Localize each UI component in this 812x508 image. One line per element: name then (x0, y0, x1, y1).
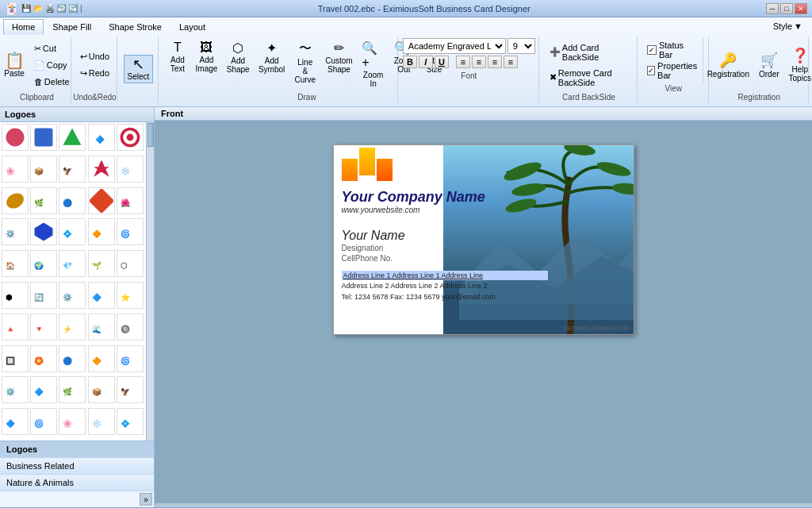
tab-home[interactable]: Home (3, 19, 44, 35)
logo-cell[interactable]: 🔷 (88, 124, 115, 151)
logo-cell[interactable]: 🏠 (2, 250, 29, 277)
custom-shape-button[interactable]: ✏ CustomShape (322, 38, 357, 90)
logo-cell[interactable]: 🌊 (88, 314, 115, 341)
delete-button[interactable]: 🗑 Delete (30, 75, 74, 89)
logo-cell[interactable]: 🔷 (88, 282, 115, 309)
select-button[interactable]: ↖ Select (124, 55, 154, 83)
logo-cell[interactable]: 🔻 (30, 314, 57, 341)
logo-cell[interactable]: 🔵 (59, 187, 86, 214)
copy-button[interactable]: 📄 Copy (30, 58, 74, 73)
minimize-button[interactable]: ─ (766, 3, 779, 14)
underline-button[interactable]: U (435, 56, 449, 68)
tab-shape-stroke[interactable]: Shape Stroke (100, 19, 170, 35)
undo-button[interactable]: ↩ Undo (76, 49, 113, 64)
status-bar-checkbox[interactable]: ✓ (647, 45, 657, 55)
business-card[interactable]: Your Company Name www.yourwebsite.com Yo… (333, 144, 634, 335)
logo-cell[interactable]: 🌸 (59, 408, 86, 435)
logo-cell[interactable]: 🔲 (2, 345, 29, 372)
logo-cell[interactable] (2, 187, 29, 214)
logo-cell[interactable]: ⚡ (59, 314, 86, 341)
logo-cell[interactable]: 📦 (30, 156, 57, 183)
logo-cell[interactable]: ❄️ (88, 408, 115, 435)
logo-cell[interactable]: 🌀 (117, 218, 144, 245)
logo-cell[interactable]: 🌀 (117, 345, 144, 372)
maximize-button[interactable]: □ (780, 3, 793, 14)
style-dropdown[interactable]: Style ▼ (767, 17, 809, 35)
logo-cell[interactable]: 🔵 (59, 345, 86, 372)
bold-button[interactable]: B (403, 56, 417, 68)
logo-cell[interactable]: 🔷 (30, 376, 57, 403)
logo-cell[interactable]: 🔷 (2, 408, 29, 435)
logo-cell[interactable]: ⬡ (117, 250, 144, 277)
expand-arrow-button[interactable]: » (140, 493, 152, 506)
remove-card-backside-button[interactable]: ✖ Remove Card BackSide (546, 66, 632, 90)
tab-shape-fill[interactable]: Shape Fill (44, 19, 100, 35)
align-center-button[interactable]: ≡ (472, 56, 486, 68)
order-button[interactable]: 🛒 Order (755, 49, 783, 81)
add-image-button[interactable]: 🖼 AddImage (192, 38, 221, 90)
redo-button[interactable]: ↪ Redo (76, 66, 113, 81)
logo-cell[interactable]: 🔶 (88, 345, 115, 372)
cut-button[interactable]: ✂ Cut (30, 41, 74, 56)
add-text-button[interactable]: T AddText (165, 38, 190, 90)
logo-cell[interactable]: ⬢ (2, 282, 29, 309)
logo-cell[interactable]: 🦅 (59, 156, 86, 183)
logo-cell[interactable] (88, 187, 115, 214)
font-size-select[interactable]: 9 (508, 38, 535, 54)
logo-cell[interactable]: 🔺 (2, 314, 29, 341)
logo-cell[interactable]: 🌍 (30, 250, 57, 277)
add-shape-button[interactable]: ⬡ AddShape (223, 38, 253, 90)
logo-cell[interactable]: 🌱 (88, 250, 115, 277)
logo-cell[interactable]: ⭐ (117, 282, 144, 309)
scrollbar-thumb[interactable] (147, 123, 154, 147)
font-name-select[interactable]: Academy Engraved LE (403, 38, 506, 54)
registration-button[interactable]: 🔑 Registration (703, 49, 753, 81)
logo-cell[interactable] (88, 156, 115, 183)
logo-cell[interactable]: 🔘 (117, 314, 144, 341)
logo-cell[interactable]: 💠 (59, 218, 86, 245)
logo-cell[interactable]: ⚙️ (2, 376, 29, 403)
paste-button[interactable]: 📋 Paste (0, 50, 29, 80)
logo-cell[interactable]: 📦 (88, 376, 115, 403)
line-curve-button[interactable]: 〜 Line &Curve (290, 38, 320, 90)
logo-cell[interactable] (30, 218, 57, 245)
logo-cell[interactable]: 🔄 (30, 282, 57, 309)
close-button[interactable]: ✕ (795, 3, 807, 14)
add-symbol-button[interactable]: ✦ AddSymbol (255, 38, 289, 90)
help-button[interactable]: ❓ HelpTopics (785, 44, 812, 85)
app-title: Travel 002.ebc - EximiousSoft Business C… (82, 4, 767, 13)
logo-cell[interactable]: ⚙️ (2, 218, 29, 245)
logo-cell[interactable]: 💎 (59, 250, 86, 277)
logo-cell[interactable]: 🌿 (30, 187, 57, 214)
logo-cell[interactable]: 🌺 (117, 187, 144, 214)
logo-cell[interactable]: 🦅 (117, 376, 144, 403)
logo-cell[interactable]: 🌿 (59, 376, 86, 403)
logo-cell[interactable]: ⚙️ (59, 282, 86, 309)
logo-cell[interactable]: 💠 (117, 408, 144, 435)
logo-cell[interactable] (117, 124, 144, 151)
category-business[interactable]: Business Related (0, 458, 154, 475)
logo-cell[interactable]: 🏵️ (30, 345, 57, 372)
justify-button[interactable]: ≡ (504, 56, 518, 68)
properties-bar-check[interactable]: ✓ Properties Bar (647, 60, 699, 81)
align-left-button[interactable]: ≡ (456, 56, 470, 68)
logo-cell[interactable] (2, 124, 29, 151)
logo-cell[interactable] (59, 124, 86, 151)
add-card-backside-button[interactable]: ➕ Add Card BackSide (546, 40, 632, 64)
logo-cell[interactable]: 🔶 (88, 218, 115, 245)
category-nature[interactable]: Nature & Animals (0, 475, 154, 491)
align-right-button[interactable]: ≡ (488, 56, 502, 68)
logo-cell[interactable]: 🌀 (30, 408, 57, 435)
logo-cell[interactable]: ❄️ (117, 156, 144, 183)
status-bar-check[interactable]: ✓ Status Bar (647, 40, 699, 60)
tab-layout[interactable]: Layout (170, 19, 214, 35)
properties-bar-checkbox[interactable]: ✓ (647, 66, 655, 75)
logo-cell[interactable]: 🌸 (2, 156, 29, 183)
window-controls[interactable]: ─ □ ✕ (766, 3, 807, 14)
canvas-workspace[interactable]: Your Company Name www.yourwebsite.com Yo… (155, 121, 812, 503)
category-logoes[interactable]: Logoes (0, 441, 154, 458)
logo-scrollbar[interactable] (146, 122, 154, 441)
logo-cell[interactable] (30, 124, 57, 151)
italic-button[interactable]: I (419, 56, 433, 68)
zoom-in-button[interactable]: 🔍+ ZoomIn (358, 38, 389, 90)
